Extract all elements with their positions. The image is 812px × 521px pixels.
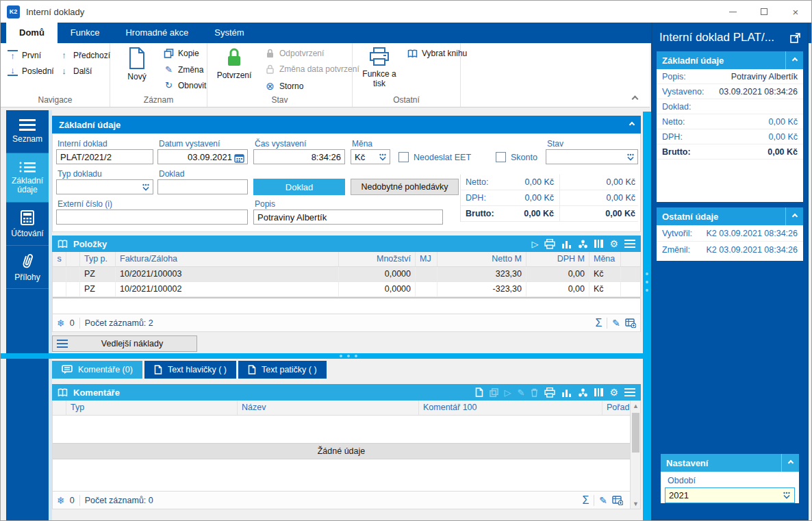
change-button[interactable]: ✎Změna bbox=[164, 64, 203, 75]
dropdown-icon bbox=[142, 183, 150, 192]
nedobytne-pohledavky-button[interactable]: Nedobytné pohledávky bbox=[351, 179, 459, 195]
new-button[interactable]: Nový bbox=[114, 47, 160, 81]
tab-system[interactable]: Systém bbox=[201, 23, 257, 43]
polozky-row-2[interactable]: PZ 10/2021/100002 0,0000 -323,30 0,00 Kč bbox=[53, 282, 640, 297]
cas-vystaveni-input[interactable]: 8:34:26 bbox=[253, 149, 345, 164]
new-record-icon[interactable] bbox=[475, 387, 483, 397]
stav-select[interactable] bbox=[546, 149, 638, 164]
datum-vystaveni-input[interactable]: 03.09.2021 bbox=[157, 149, 248, 164]
ribbon-group-ostatni: Funkce a tisk Vybrat knihu Ostatní bbox=[353, 43, 461, 107]
komentare-footer: ❄ 0 Počet záznamů: 0 Σ ✎ bbox=[53, 491, 640, 509]
vedlejsi-naklady-button[interactable]: Vedlejší náklady bbox=[52, 335, 197, 352]
popis-input[interactable]: Potraviny Albertík bbox=[253, 209, 443, 225]
scroll-thumb[interactable] bbox=[632, 413, 639, 453]
document-icon bbox=[154, 365, 162, 374]
obdobi-select[interactable]: 2021 bbox=[665, 487, 795, 503]
scroll-down-arrow[interactable]: ▼ bbox=[631, 498, 641, 509]
section-collapse-button[interactable] bbox=[781, 454, 799, 472]
main-area: Základní údaje Interní doklad PLAT/2021/… bbox=[52, 116, 641, 520]
confirm-button[interactable]: Potvrzení bbox=[212, 47, 257, 80]
tab-hromadne-akce[interactable]: Hromadné akce bbox=[112, 23, 201, 43]
columns-icon[interactable] bbox=[594, 387, 603, 397]
play-icon[interactable]: ▷ bbox=[505, 388, 511, 397]
skonto-checkbox[interactable] bbox=[496, 152, 506, 162]
close-button[interactable]: × bbox=[780, 1, 811, 23]
totals-dph-row: DPH:0,00 Kč0,00 Kč bbox=[461, 190, 638, 206]
typ-dokladu-select[interactable] bbox=[56, 179, 153, 194]
minimize-button[interactable] bbox=[717, 1, 748, 23]
book-icon bbox=[407, 49, 418, 58]
mena-select[interactable]: Kč bbox=[351, 149, 390, 164]
chart-icon[interactable] bbox=[561, 240, 572, 249]
calculator-icon bbox=[21, 210, 34, 225]
functions-print-button[interactable]: Funkce a tisk bbox=[357, 47, 402, 88]
scroll-up-arrow[interactable]: ▲ bbox=[631, 401, 641, 411]
doklad-input[interactable] bbox=[157, 179, 248, 194]
sum-icon[interactable]: Σ bbox=[595, 318, 602, 329]
play-icon[interactable]: ▷ bbox=[531, 240, 538, 249]
last-button[interactable]: ↓Poslední bbox=[8, 66, 54, 76]
totals-block: Netto:0,00 Kč0,00 Kč DPH:0,00 Kč0,00 Kč … bbox=[460, 175, 638, 222]
unconfirm-button[interactable]: Odpotvrzení bbox=[265, 49, 324, 58]
tab-domu[interactable]: Domů bbox=[6, 23, 58, 43]
sidebar-item-prilohy[interactable]: Přílohy bbox=[6, 246, 49, 289]
storno-button[interactable]: ⊗Storno bbox=[265, 80, 303, 92]
horizontal-splitter[interactable] bbox=[1, 353, 696, 359]
edit-pencil-icon[interactable]: ✎ bbox=[612, 318, 620, 328]
sidebar-item-zakladni-udaje[interactable]: Základní údaje bbox=[6, 153, 49, 203]
ribbon-collapse-chevron[interactable] bbox=[632, 96, 639, 103]
workflow-icon[interactable] bbox=[578, 387, 588, 398]
settings-gear-icon[interactable]: ⚙ bbox=[609, 239, 618, 249]
open-external-icon[interactable] bbox=[790, 33, 800, 43]
komentare-column-headers: Typ Název Komentář 100 Pořadí bbox=[53, 401, 630, 416]
next-button[interactable]: ↓Další bbox=[59, 66, 92, 76]
print-icon[interactable] bbox=[544, 387, 555, 398]
select-book-button[interactable]: Vybrat knihu bbox=[407, 49, 467, 58]
add-record-icon[interactable] bbox=[612, 495, 623, 505]
dropdown-icon bbox=[783, 492, 791, 500]
sidebar: Seznam Základní údaje Účtování Přílohy bbox=[6, 110, 49, 520]
komentare-panel: Komentáře ▷ ✎ ⚙ bbox=[52, 384, 641, 509]
refresh-button[interactable]: ↻Obnovit bbox=[164, 80, 206, 90]
sidebar-item-uctovani[interactable]: Účtování bbox=[6, 203, 49, 246]
settings-gear-icon[interactable]: ⚙ bbox=[609, 387, 618, 397]
polozky-row-1[interactable]: PZ 10/2021/100003 0,0000 323,30 0,00 Kč bbox=[53, 267, 640, 282]
snowflake-icon: ❄ bbox=[57, 318, 65, 328]
storno-icon: ⊗ bbox=[265, 80, 275, 92]
workflow-icon[interactable] bbox=[578, 239, 588, 249]
vertical-splitter[interactable] bbox=[643, 112, 651, 520]
panel-menu-icon[interactable] bbox=[624, 240, 635, 248]
vertical-scrollbar[interactable]: ▲ ▼ bbox=[630, 401, 640, 509]
tab-text-hlavicky[interactable]: Text hlavičky ( ) bbox=[144, 361, 236, 379]
copy-icon[interactable] bbox=[490, 388, 498, 397]
doklad-button[interactable]: Doklad bbox=[253, 179, 345, 195]
calendar-icon[interactable] bbox=[234, 153, 244, 163]
trash-icon[interactable] bbox=[531, 388, 538, 397]
sum-icon[interactable]: Σ bbox=[582, 495, 589, 506]
edit-pencil-icon[interactable]: ✎ bbox=[518, 388, 525, 397]
section-collapse-button[interactable] bbox=[785, 207, 803, 225]
columns-icon[interactable] bbox=[594, 239, 603, 249]
section-collapse-button[interactable] bbox=[785, 51, 803, 69]
previous-button[interactable]: ↑Předchozí bbox=[59, 50, 110, 60]
interni-doklad-input[interactable]: PLAT/2021/2 bbox=[56, 149, 153, 164]
neodeslat-eet-checkbox[interactable] bbox=[398, 152, 409, 162]
copy-button[interactable]: Kopie bbox=[164, 49, 199, 58]
tab-funkce[interactable]: Funkce bbox=[58, 23, 113, 43]
first-button[interactable]: ↑První bbox=[8, 50, 41, 60]
print-icon[interactable] bbox=[544, 239, 555, 249]
arrow-first-icon: ↑ bbox=[8, 50, 18, 60]
change-confirm-date-button[interactable]: Změna data potvrzení bbox=[265, 64, 359, 74]
tab-text-paticky[interactable]: Text patičky ( ) bbox=[238, 361, 327, 379]
chart-icon[interactable] bbox=[561, 388, 572, 397]
edit-pencil-icon[interactable]: ✎ bbox=[599, 496, 607, 505]
externi-cislo-input[interactable] bbox=[56, 209, 248, 225]
collapse-chevron-icon[interactable] bbox=[629, 122, 635, 127]
polozky-column-headers: s Typ p. Faktura/Záloha Množství MJ Nett… bbox=[53, 252, 640, 267]
maximize-button[interactable] bbox=[748, 1, 780, 23]
add-record-icon[interactable] bbox=[625, 318, 636, 328]
sidebar-item-seznam[interactable]: Seznam bbox=[6, 110, 49, 153]
panel-menu-icon[interactable] bbox=[624, 388, 635, 396]
preview-row: Doklad: bbox=[657, 99, 803, 114]
tab-komentare[interactable]: Komentáře (0) bbox=[52, 361, 142, 379]
